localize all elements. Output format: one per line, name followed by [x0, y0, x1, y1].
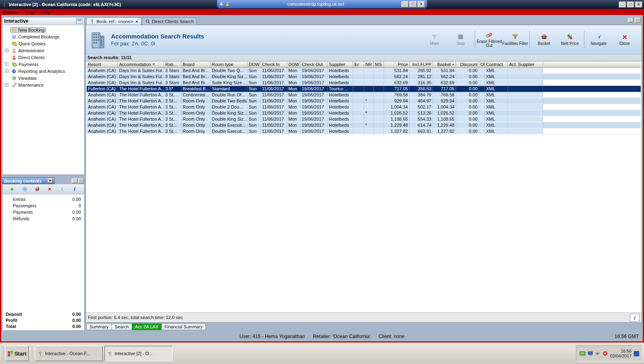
rdp-close-button[interactable]: ×: [418, 1, 425, 7]
bottom-tab-summary[interactable]: Summary: [86, 324, 112, 330]
alert-icon[interactable]: [603, 351, 608, 356]
dock-minimize-button[interactable]: _: [72, 179, 77, 183]
table-cell: [508, 98, 543, 104]
export-icon[interactable]: ↑: [59, 185, 66, 193]
table-row[interactable]: Anaheim (CA)The Hotel Fullerton A...3 St…: [87, 98, 641, 104]
tray-clock-date: 02/04/2017: [610, 353, 631, 358]
pin-icon[interactable]: [219, 2, 224, 6]
table-cell: 1,327.82: [384, 128, 409, 134]
window-close-button[interactable]: ×: [635, 2, 642, 8]
column-header-incl-fl-pp-14[interactable]: Incl.Fl.PP: [409, 62, 433, 67]
table-row[interactable]: Fullerton (CA)The Hotel Fullerton A...3.…: [87, 86, 641, 92]
menu-options[interactable]: Options: [3, 10, 19, 15]
sidebar-item-quick-quotes[interactable]: Quick Quotes: [2, 40, 84, 47]
column-header-check-in-6[interactable]: Check In: [261, 62, 287, 67]
table-row[interactable]: Anaheim (CA)The Hotel Fullerton A...3 St…: [87, 122, 641, 128]
tabgroup-minimize-button[interactable]: _: [628, 18, 633, 23]
facilities-filter-button[interactable]: Facilities Filter: [502, 33, 528, 46]
booking-panel-close-button[interactable]: ×: [48, 179, 53, 183]
table-row[interactable]: Anaheim (CA)The Hotel Fullerton A...3 St…: [87, 104, 641, 110]
table-row[interactable]: Anaheim (CA)The Hotel Fullerton A...3 St…: [87, 92, 641, 98]
column-header-board-3[interactable]: Board: [181, 62, 211, 67]
column-header-price-13[interactable]: Price: [384, 62, 409, 67]
rdp-minimize-button[interactable]: _: [401, 1, 409, 7]
column-header-supplier-9[interactable]: Supplier: [328, 62, 353, 67]
basket-button[interactable]: Basket: [531, 33, 557, 46]
nett-price-button[interactable]: Nett Price: [557, 33, 583, 46]
close-button[interactable]: Close: [612, 33, 638, 46]
menu-help[interactable]: Help: [41, 10, 51, 15]
sidebar-item-administrator[interactable]: +Administrator: [2, 47, 84, 54]
start-button[interactable]: Start: [5, 346, 29, 361]
sidebar-item-viewdata[interactable]: Viewdata: [2, 75, 84, 81]
taskbar-task-interactive-2-o[interactable]: Interactive [2] - O...: [104, 346, 173, 361]
expand-toggle-icon[interactable]: +: [5, 83, 9, 87]
keyboard-icon[interactable]: [580, 351, 585, 355]
table-row[interactable]: Anaheim (CA)The Hotel Fullerton A...3 St…: [87, 128, 641, 134]
basket-add-icon[interactable]: [34, 185, 41, 193]
column-header-ms-12[interactable]: MS: [374, 62, 384, 67]
menu-logs[interactable]: Logs: [25, 10, 35, 15]
table-row[interactable]: Anaheim (CA)The Hotel Fullerton A...3 St…: [87, 110, 641, 116]
column-filter-icon[interactable]: [152, 63, 156, 66]
window-minimize-button[interactable]: _: [619, 2, 626, 8]
sidebar-item-maintenance[interactable]: +Maintenance: [2, 81, 84, 88]
sidebar-item-direct-clients[interactable]: Direct Clients: [2, 54, 84, 61]
column-header-room-type-4[interactable]: Room type: [211, 62, 247, 67]
expand-toggle-icon[interactable]: +: [5, 49, 9, 52]
window-maximize-button[interactable]: □: [627, 2, 634, 8]
dock-restore-button[interactable]: □: [78, 179, 84, 183]
taskbar-task-interactive-ocean-f[interactable]: Interactive - Ocean-F...: [35, 346, 103, 361]
column-header-resort-0[interactable]: Resort: [87, 62, 118, 67]
sidebar-item-payments[interactable]: +Payments: [2, 61, 84, 68]
column-header-er-10[interactable]: Er: [353, 62, 364, 67]
table-cell: [374, 98, 384, 104]
bottom-tab-search[interactable]: Search: [112, 324, 132, 330]
info-icon[interactable]: i: [71, 185, 79, 193]
column-header-rati-2[interactable]: Rati...: [164, 62, 181, 67]
table-row[interactable]: Anaheim (CA)Days Inn & Suites Ful...3 St…: [87, 68, 641, 74]
rdp-restore-button[interactable]: □: [409, 1, 417, 7]
column-header-contract-18[interactable]: Contract: [485, 62, 508, 67]
column-header-accommodation-1[interactable]: Accommodation: [118, 62, 164, 67]
tab-close-icon[interactable]: ×: [136, 19, 138, 24]
toolbar-button-label: Erase Filtered Out: [476, 40, 502, 48]
table-row[interactable]: Anaheim (CA)Days Inn & Suites Ful...3 St…: [87, 80, 641, 86]
column-header-discount-16[interactable]: Discount: [456, 62, 479, 67]
erase-filtered-out-button[interactable]: Erase Filtered Out: [476, 31, 502, 48]
tab-direct-clients-search[interactable]: Direct Clients Search: [142, 17, 197, 25]
tab-book-ref-none[interactable]: Book. ref.: <none>×: [86, 17, 141, 25]
bottom-tab-acc-2a-lax[interactable]: Acc 2A LAX: [132, 324, 162, 330]
table-row[interactable]: Anaheim (CA)Days Inn & Suites Ful...3 St…: [87, 74, 641, 80]
language-indicator-icon[interactable]: [634, 351, 639, 356]
document-tabstrip: Book. ref.: <none>×Direct Clients Search…: [85, 17, 642, 25]
column-header-check-out-8[interactable]: Check Out: [301, 62, 328, 67]
display-icon[interactable]: [588, 351, 593, 356]
info-button[interactable]: i: [630, 314, 640, 321]
table-cell: Double Executi...: [211, 128, 247, 134]
sidebar-item-reporting-and-analytics[interactable]: +Reporting and Analytics: [2, 68, 84, 75]
column-header-dow-7[interactable]: DOW: [287, 62, 301, 67]
add-icon[interactable]: +: [9, 185, 16, 193]
sidebar-item-completed-bookings[interactable]: Completed Bookings: [2, 33, 84, 40]
sidebar-item-new-booking[interactable]: New Booking: [2, 26, 84, 33]
expand-toggle-icon[interactable]: +: [5, 69, 9, 73]
table-cell: *: [364, 122, 374, 128]
expand-toggle-icon[interactable]: +: [5, 62, 9, 66]
globe-icon[interactable]: [21, 185, 28, 193]
column-header-act-supplier-19[interactable]: Act. Supplier: [508, 62, 543, 67]
navigate-button[interactable]: Navigate: [586, 33, 612, 46]
tabgroup-restore-button[interactable]: □: [635, 18, 640, 23]
column-header-nr-11[interactable]: NR: [364, 62, 374, 67]
table-row[interactable]: Anaheim (CA)The Hotel Fullerton A...3 St…: [87, 116, 641, 122]
table-cell: [508, 74, 543, 80]
column-header-of-17[interactable]: Of: [479, 62, 485, 67]
column-header-dow-5[interactable]: DOW: [247, 62, 261, 67]
booking-panel-filler: [2, 222, 84, 310]
volume-icon[interactable]: [595, 351, 600, 356]
panel-collapse-button[interactable]: [76, 18, 83, 24]
table-cell: XML: [485, 104, 508, 110]
bottom-tab-financial-summary[interactable]: Financial Summary: [162, 324, 206, 330]
delete-icon[interactable]: ×: [46, 185, 53, 193]
column-header-basket-15[interactable]: Basket▼: [433, 62, 456, 67]
